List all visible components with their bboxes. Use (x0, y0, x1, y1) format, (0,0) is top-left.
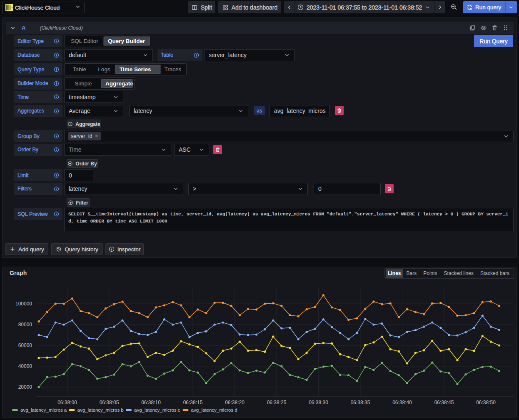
svg-text:80000: 80000 (18, 322, 32, 328)
svg-text:06:38:10: 06:38:10 (141, 400, 161, 405)
svg-text:avg_latency_micros c: avg_latency_micros c (134, 408, 180, 412)
svg-text:avg_latency_micros b: avg_latency_micros b (77, 408, 124, 412)
svg-text:06:38:05: 06:38:05 (100, 400, 119, 405)
svg-text:20000: 20000 (18, 384, 32, 390)
svg-text:60000: 60000 (18, 342, 32, 348)
svg-text:06:38:35: 06:38:35 (351, 400, 370, 405)
svg-text:06:38:00: 06:38:00 (57, 400, 77, 405)
svg-text:06:38:25: 06:38:25 (267, 400, 287, 405)
svg-text:40000: 40000 (18, 363, 32, 369)
svg-text:06:38:20: 06:38:20 (225, 400, 245, 405)
svg-text:06:38:50: 06:38:50 (476, 400, 496, 405)
svg-text:06:38:30: 06:38:30 (309, 400, 328, 405)
svg-text:avg_latency_micros a: avg_latency_micros a (20, 408, 67, 412)
svg-text:06:38:40: 06:38:40 (392, 400, 412, 405)
svg-text:06:38:15: 06:38:15 (183, 400, 203, 405)
svg-text:avg_latency_micros d: avg_latency_micros d (191, 408, 237, 412)
svg-text:06:38:45: 06:38:45 (434, 400, 454, 405)
svg-text:100000: 100000 (15, 301, 32, 307)
